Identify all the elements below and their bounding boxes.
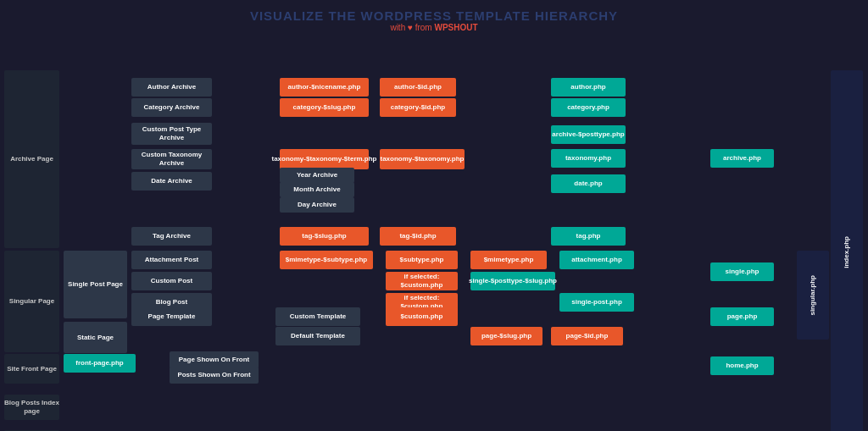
tag-id-file: tag-$id.php (380, 227, 456, 246)
custom-post-box: Custom Post (131, 272, 212, 290)
date-archive-box: Date Archive (131, 172, 212, 191)
single-post-php-file: single-post.php (559, 293, 634, 312)
archive-posttype-file: archive-$posttype.php (551, 125, 626, 144)
blog-posts-index-label: Blog Posts Index page (4, 395, 59, 420)
author-php-file: author.php (551, 78, 626, 97)
subtitle: with ♥ from WPSHOUT (0, 23, 868, 32)
custom-taxonomy-archive-box: Custom Taxonomy Archive (131, 149, 212, 169)
page-wrapper: VISUALIZE THE WORDPRESS TEMPLATE HIERARC… (0, 0, 868, 431)
subtype-file: $subtype.php (386, 251, 458, 269)
single-posttype-slug-file: single-$posttype-$slug.php (470, 272, 555, 290)
page-title: VISUALIZE THE WORDPRESS TEMPLATE HIERARC… (0, 8, 868, 23)
mimetype-subtype-file: $mimetype-$subtype.php (280, 251, 373, 269)
page-template-box: Page Template (131, 307, 212, 326)
author-id-file: author-$id.php (380, 78, 456, 97)
tag-slug-file: tag-$slug.php (280, 227, 369, 246)
archive-php-file: archive.php (710, 149, 774, 168)
home-php-file: home.php (710, 356, 774, 375)
attachment-php-file: attachment.php (559, 251, 634, 269)
tag-archive-box: Tag Archive (131, 227, 212, 246)
single-post-page-box: Single Post Page (64, 251, 127, 318)
if-selected-custom-file-1: if selected: $custom.php (386, 272, 458, 290)
day-archive-box: Day Archive (280, 197, 354, 213)
taxonomy-php2-file: taxonomy-$taxonomy.php (380, 149, 465, 169)
posts-shown-on-front-box: Posts Shown On Front (170, 367, 259, 384)
attachment-post-box: Attachment Post (131, 251, 212, 269)
category-archive-box: Category Archive (131, 98, 212, 117)
date-php-file: date.php (551, 174, 626, 193)
header: VISUALIZE THE WORDPRESS TEMPLATE HIERARC… (0, 8, 868, 32)
taxonomy-php-file: taxonomy.php (551, 149, 626, 168)
author-nicename-file: author-$nicename.php (280, 78, 369, 97)
page-php-file: page.php (710, 307, 774, 326)
page-shown-on-front-box: Page Shown On Front (170, 351, 259, 368)
page-slug-file: page-$slug.php (470, 327, 542, 345)
default-template-box: Default Template (275, 327, 360, 345)
custom-template-box: Custom Template (275, 307, 360, 326)
page-id-file: page-$id.php (551, 327, 623, 345)
taxonomy-term-file: taxonomy-$taxonomy-$term.php (280, 149, 369, 169)
single-php-file: single.php (710, 262, 774, 281)
category-id-file: category-$id.php (380, 98, 456, 117)
singular-php-file: singular.php (797, 251, 829, 340)
site-front-page-label: Site Front Page (4, 354, 59, 384)
archive-page-label: Archive Page (4, 70, 59, 248)
custom-php-file: $custom.php (386, 307, 458, 326)
index-php-file: index.php (831, 70, 863, 431)
year-archive-box: Year Archive (280, 168, 354, 183)
category-slug-file: category-$slug.php (280, 98, 369, 117)
mimetype-file: $mimetype.php (470, 251, 547, 269)
brand-name: WPSHOUT (434, 23, 477, 32)
category-php-file: category.php (551, 98, 626, 117)
tag-php-file: tag.php (551, 227, 626, 246)
custom-post-type-archive-box: Custom Post Type Archive (131, 123, 212, 145)
author-archive-box: Author Archive (131, 78, 212, 97)
month-archive-box: Month Archive (280, 182, 354, 197)
singular-page-label: Singular Page (4, 251, 59, 352)
static-page-box: Static Page (64, 322, 127, 353)
front-page-php-file: front-page.php (64, 354, 136, 373)
